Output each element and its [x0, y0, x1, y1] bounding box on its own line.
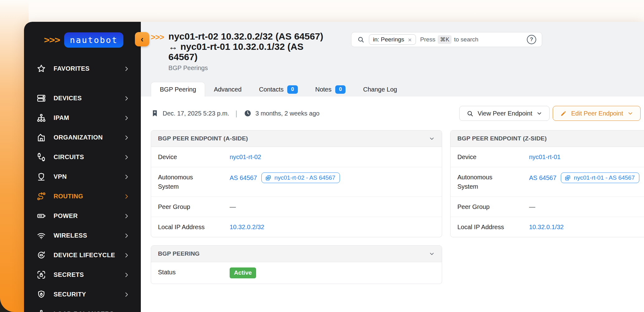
asn-link[interactable]: AS 64567: [230, 174, 257, 182]
sidebar-item-secrets[interactable]: SECRETS: [24, 265, 141, 285]
sidebar-item-circuits[interactable]: CIRCUITS: [24, 147, 141, 167]
panel-z-side-header[interactable]: BGP PEER ENDPOINT (Z-SIDE): [451, 130, 644, 147]
panel-a-side-header[interactable]: BGP PEER ENDPOINT (A-SIDE): [151, 130, 442, 147]
panel-title: BGP PEERING: [158, 250, 429, 257]
transfer-icon: [265, 174, 272, 181]
left-column: BGP PEER ENDPOINT (A-SIDE) Device nyc01-…: [151, 130, 442, 284]
sidebar-item-load-balancers[interactable]: LOAD BALANCERS: [24, 304, 141, 312]
shield-network-icon: [36, 172, 46, 182]
asn-chip[interactable]: nyc01-rt-01 - AS 64567: [561, 173, 639, 183]
tab-bgp-peering[interactable]: BGP Peering: [151, 82, 205, 97]
sidebar-item-wireless[interactable]: WIRELESS: [24, 226, 141, 245]
search-icon: [357, 36, 365, 43]
chevron-down-icon: [627, 110, 633, 116]
page-header: >>> nyc01-rt-02 10.32.0.2/32 (AS 64567) …: [141, 22, 644, 97]
sidebar-item-device-lifecycle[interactable]: DEVICE LIFECYCLE: [24, 245, 141, 265]
chevron-right-icon: [123, 311, 130, 312]
chevron-right-icon: [123, 193, 130, 200]
chevron-right-icon: [123, 115, 130, 121]
search-filter-chip[interactable]: in: Peerings ×: [369, 34, 416, 45]
search-hint-press: Press: [420, 36, 436, 43]
chevron-right-icon: [123, 213, 130, 219]
tab-contacts[interactable]: Contacts 0: [250, 82, 306, 97]
chevron-right-icon: [123, 66, 130, 72]
view-peer-endpoint-button[interactable]: View Peer Endpoint: [459, 106, 550, 121]
main-area: ‹ >>> nyc01-rt-02 10.32.0.2/32 (AS 64567…: [141, 22, 644, 312]
meta-divider: |: [235, 109, 237, 118]
row-label: Status: [158, 267, 230, 277]
chevron-down-icon: [429, 135, 435, 142]
ip-address-link[interactable]: 10.32.0.1/32: [529, 224, 564, 231]
sidebar-item-label: POWER: [54, 212, 123, 220]
table-row: Peer Group —: [451, 196, 644, 217]
empty-value: —: [230, 203, 236, 210]
bookmark-plus-icon: [151, 109, 159, 117]
asn-chip[interactable]: nyc01-rt-02 - AS 64567: [261, 173, 340, 183]
action-buttons: View Peer Endpoint Edit Peer Endpoint: [459, 106, 641, 121]
tab-content: Dec. 17, 2025 5:23 p.m. | 3 months, 2 we…: [141, 97, 644, 312]
lifecycle-refresh-icon: [36, 250, 46, 260]
view-button-label: View Peer Endpoint: [478, 110, 532, 117]
panel-title: BGP PEER ENDPOINT (A-SIDE): [158, 135, 429, 142]
help-icon[interactable]: ?: [527, 35, 536, 44]
sidebar-nav: FAVORITES DEVICES IPAM ORGANIZATION: [24, 59, 141, 312]
search-hint-suffix: to search: [454, 36, 478, 43]
shield-flame-icon: [36, 290, 46, 299]
chevron-right-icon: [123, 95, 130, 102]
hierarchy-icon: [36, 113, 46, 123]
panel-title: BGP PEER ENDPOINT (Z-SIDE): [457, 135, 644, 142]
sidebar-item-ipam[interactable]: IPAM: [24, 108, 141, 128]
sidebar-collapse-button[interactable]: ‹: [135, 32, 149, 46]
sidebar-item-devices[interactable]: DEVICES: [24, 88, 141, 108]
sidebar-item-label: WIRELESS: [54, 232, 123, 239]
tab-change-log[interactable]: Change Log: [354, 82, 406, 97]
sidebar-item-organization[interactable]: ORGANIZATION: [24, 128, 141, 147]
right-column: BGP PEER ENDPOINT (Z-SIDE) Device nyc01-…: [450, 130, 644, 237]
sidebar-item-power[interactable]: POWER: [24, 206, 141, 226]
device-link[interactable]: nyc01-rt-02: [230, 154, 261, 161]
panel-bgp-peering-header[interactable]: BGP PEERING: [151, 246, 442, 262]
sidebar-item-security[interactable]: SECURITY: [24, 285, 141, 304]
tab-notes[interactable]: Notes 0: [307, 82, 355, 97]
sidebar-item-favorites[interactable]: FAVORITES: [24, 59, 141, 78]
tab-label: BGP Peering: [160, 86, 196, 93]
table-row: Status Active: [151, 262, 442, 284]
table-row: Autonomous System AS 64567 nyc01-rt-02 -…: [151, 167, 442, 196]
ip-address-link[interactable]: 10.32.0.2/32: [230, 224, 264, 231]
sidebar-item-label: DEVICE LIFECYCLE: [54, 252, 123, 259]
panel-z-side: BGP PEER ENDPOINT (Z-SIDE) Device nyc01-…: [450, 130, 644, 237]
status-badge: Active: [230, 267, 256, 278]
table-row: Autonomous System AS 64567 nyc01-rt-01 -…: [451, 167, 644, 196]
created-date: Dec. 17, 2025 5:23 p.m.: [163, 110, 229, 117]
breadcrumb[interactable]: BGP Peerings: [169, 64, 327, 72]
chevron-right-icon: [123, 135, 130, 141]
nautobot-logo[interactable]: >>> nautobot: [44, 32, 141, 48]
sidebar-item-label: IPAM: [54, 114, 123, 121]
row-label: Device: [457, 152, 529, 162]
chevron-down-icon: [429, 251, 435, 257]
table-row: Local IP Address 10.32.0.1/32: [451, 217, 644, 237]
last-updated: 3 months, 2 weeks ago: [255, 110, 320, 117]
sidebar-item-label: CIRCUITS: [54, 154, 123, 161]
edit-peer-endpoint-button[interactable]: Edit Peer Endpoint: [553, 106, 641, 121]
row-label: Peer Group: [158, 202, 230, 211]
table-row: Device nyc01-rt-02: [151, 147, 442, 167]
tab-label: Notes: [315, 86, 332, 93]
sidebar-item-label: SECURITY: [54, 291, 123, 298]
device-link[interactable]: nyc01-rt-01: [529, 154, 561, 161]
tab-label: Contacts: [259, 86, 284, 93]
tab-advanced[interactable]: Advanced: [205, 82, 250, 97]
global-search-input[interactable]: in: Peerings × Press ⌘K to search ?: [351, 32, 542, 47]
sidebar-item-vpn[interactable]: VPN: [24, 167, 141, 187]
panel-bgp-peering: BGP PEERING Status Active: [151, 245, 442, 284]
app-window: >>> nautobot FAVORITES DEVICES IPAM: [24, 22, 644, 312]
row-label: Autonomous System: [158, 173, 230, 191]
sidebar-item-label: ORGANIZATION: [54, 134, 123, 141]
chip-close-icon[interactable]: ×: [408, 36, 412, 43]
sidebar-item-routing[interactable]: ROUTING: [24, 187, 141, 206]
timestamps: Dec. 17, 2025 5:23 p.m. | 3 months, 2 we…: [151, 109, 319, 118]
sidebar-item-label: SECRETS: [54, 271, 123, 278]
title-chevrons-icon: >>>: [151, 32, 164, 42]
asn-link[interactable]: AS 64567: [529, 174, 556, 182]
sidebar-item-label: ROUTING: [54, 193, 123, 200]
